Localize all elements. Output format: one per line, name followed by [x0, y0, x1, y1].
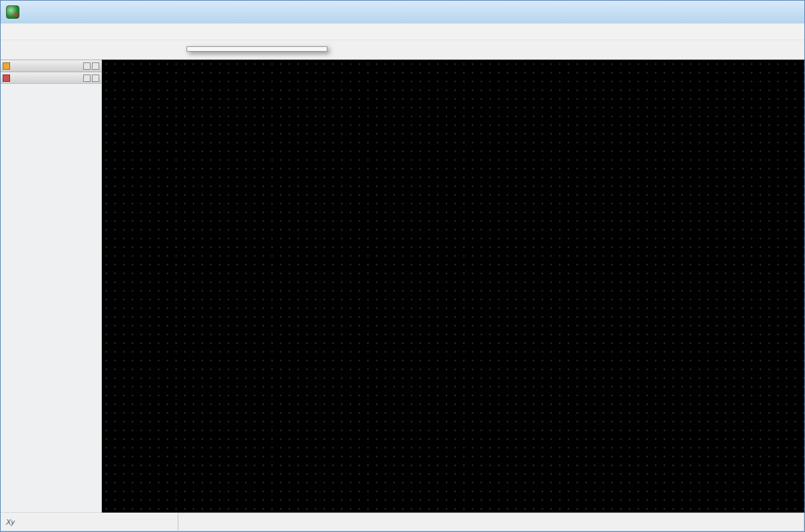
mousehelp-dock-undock-button[interactable] — [83, 74, 91, 82]
utilities-menu-popup — [186, 46, 327, 52]
cursor-position: Xy — [1, 513, 178, 531]
statusbar: Xy — [1, 513, 804, 531]
menubar — [1, 23, 804, 40]
mousehelp-dock-menu-button[interactable] — [92, 74, 99, 82]
toolbar — [1, 40, 804, 60]
mouse-help-header — [1, 72, 101, 84]
layer-dock-menu-button[interactable] — [92, 62, 99, 70]
layer-panel-header — [1, 60, 101, 72]
left-panel — [1, 60, 102, 513]
schematic-drawing — [102, 60, 804, 513]
titlebar — [1, 1, 804, 23]
drawing-canvas[interactable] — [102, 60, 804, 513]
statusbar-spacer — [178, 513, 804, 531]
xy-coords-icon: Xy — [6, 518, 15, 526]
layer-dock-undock-button[interactable] — [83, 62, 91, 70]
app-icon — [6, 5, 19, 19]
layer-panel-icon — [3, 62, 10, 70]
mouse-help-icon — [3, 74, 10, 82]
app-window: Xy — [0, 0, 805, 532]
